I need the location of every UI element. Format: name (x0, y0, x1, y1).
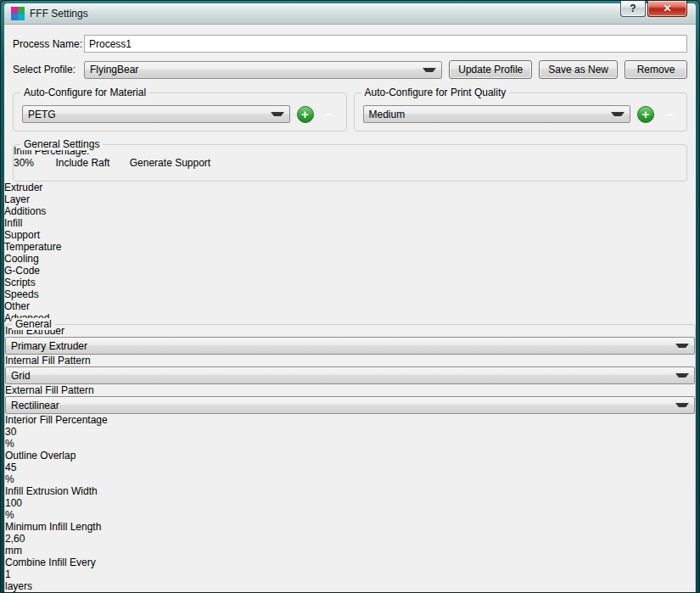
quality-value: Medium (369, 109, 412, 120)
material-value: PETG (28, 109, 63, 120)
window-title: FFF Settings (30, 8, 88, 20)
auto-configure-quality-group: Auto-Configure for Print Quality Medium … (354, 92, 688, 131)
process-name-value: Process1 (89, 38, 132, 50)
spinner-value[interactable]: 45 (5, 462, 16, 473)
app-icon (11, 7, 25, 20)
internal-fill-pattern-label: Internal Fill Pattern (5, 355, 91, 366)
external-fill-pattern-select[interactable]: Rectilinear (5, 396, 695, 414)
minus-icon: − (325, 108, 333, 120)
infill-extruder-value: Primary Extruder (11, 340, 94, 352)
help-icon: ? (630, 3, 636, 14)
select-profile-label: Select Profile: (13, 64, 84, 76)
chevron-down-icon (675, 403, 689, 407)
tab-temperature[interactable]: Temperature (4, 241, 696, 253)
tab-scripts[interactable]: Scripts (4, 277, 696, 288)
interior-fill-percentage-row: Interior Fill Percentage 30 % (5, 414, 695, 450)
internal-fill-pattern-select[interactable]: Grid (5, 366, 695, 384)
general-settings-row: General Settings Infill Percentage: 30% … (13, 144, 687, 182)
material-group-title: Auto-Configure for Material (20, 87, 149, 98)
unit-label: layers (5, 580, 32, 592)
auto-configure-row: Auto-Configure for Material PETG + − Aut… (13, 92, 687, 131)
quality-select[interactable]: Medium (363, 105, 631, 123)
tab-infill[interactable]: Infill (4, 217, 696, 229)
chevron-down-icon (675, 373, 689, 378)
remove-material-button[interactable]: − (321, 106, 338, 123)
help-button[interactable]: ? (620, 1, 646, 17)
spinner-value[interactable]: 100 (5, 497, 22, 509)
material-select[interactable]: PETG (22, 105, 290, 123)
tab-advanced[interactable]: Advanced (4, 312, 696, 324)
chevron-down-icon (675, 344, 689, 348)
internal-fill-pattern-value: Grid (11, 370, 37, 382)
interior-fill-percentage-label: Interior Fill Percentage (5, 414, 108, 426)
infill-extrusion-width-spinner[interactable]: 100 (5, 497, 695, 509)
profile-select[interactable]: FlyingBear (84, 61, 442, 79)
tab-gcode[interactable]: G-Code (4, 265, 696, 277)
unit-label: % (5, 438, 14, 450)
minimum-infill-length-spinner[interactable]: 2,60 (5, 533, 695, 545)
external-fill-pattern-value: Rectilinear (11, 400, 66, 411)
infill-extruder-select[interactable]: Primary Extruder (5, 337, 695, 355)
general-settings-title: General Settings (20, 138, 103, 150)
infill-extrusion-width-label: Infill Extrusion Width (5, 485, 98, 497)
combine-infill-every-row: Combine Infill Every 1 layers (5, 557, 695, 592)
process-name-label: Process Name: (13, 38, 84, 50)
process-name-input[interactable]: Process1 (84, 35, 687, 53)
select-profile-row: Select Profile: FlyingBear Update Profil… (13, 60, 687, 79)
external-fill-pattern-label: External Fill Pattern (5, 384, 94, 396)
tab-support[interactable]: Support (4, 229, 696, 241)
tab-additions[interactable]: Additions (4, 205, 696, 217)
add-quality-button[interactable]: + (637, 106, 654, 123)
include-raft-checkbox[interactable]: Include Raft (55, 157, 112, 169)
fff-settings-window: FFF Settings ? ✕ Process Name: Process1 … (0, 0, 700, 593)
chevron-down-icon (611, 112, 624, 116)
add-material-button[interactable]: + (297, 106, 314, 123)
caption-buttons: ? ✕ (620, 1, 687, 17)
minimum-infill-length-row: Minimum Infill Length 2,60 mm (5, 521, 695, 557)
outline-overlap-spinner[interactable]: 45 (5, 462, 695, 473)
close-icon: ✕ (663, 3, 671, 14)
tab-layer[interactable]: Layer (4, 193, 696, 205)
generate-support-checkbox[interactable]: Generate Support (130, 157, 210, 169)
save-as-new-button[interactable]: Save as New (539, 60, 618, 79)
remove-quality-button[interactable]: − (661, 106, 678, 123)
infill-extrusion-width-row: Infill Extrusion Width 100 % (5, 485, 695, 521)
unit-label: % (5, 509, 14, 521)
generate-support-label: Generate Support (130, 157, 210, 169)
include-raft-label: Include Raft (55, 157, 109, 169)
external-fill-pattern-row: External Fill Pattern Rectilinear (5, 384, 695, 414)
tab-other[interactable]: Other (4, 300, 696, 312)
minimum-infill-length-label: Minimum Infill Length (5, 521, 101, 533)
dialog-body: Process Name: Process1 Select Profile: F… (4, 25, 696, 589)
close-button[interactable]: ✕ (647, 1, 687, 17)
unit-label: mm (5, 545, 22, 557)
combine-infill-every-spinner[interactable]: 1 (5, 568, 695, 580)
infill-general-group: General Infill Extruder Primary Extruder… (4, 324, 696, 593)
spinner-value[interactable]: 30 (5, 426, 16, 438)
spinner-value[interactable]: 2,60 (5, 533, 25, 545)
infill-extruder-row: Infill Extruder Primary Extruder (5, 325, 695, 355)
process-name-row: Process Name: Process1 (13, 35, 687, 53)
infill-tab-panel: General Infill Extruder Primary Extruder… (4, 324, 696, 593)
auto-configure-material-group: Auto-Configure for Material PETG + − (13, 92, 347, 131)
tab-speeds[interactable]: Speeds (4, 288, 696, 300)
interior-fill-percentage-spinner[interactable]: 30 (5, 426, 695, 438)
profile-value: FlyingBear (90, 64, 145, 76)
plus-icon: + (301, 108, 309, 120)
update-profile-button[interactable]: Update Profile (449, 60, 532, 79)
general-settings-group: General Settings Infill Percentage: 30% … (13, 144, 687, 182)
tab-extruder[interactable]: Extruder (4, 182, 696, 193)
tab-cooling[interactable]: Cooling (4, 253, 696, 265)
internal-fill-pattern-row: Internal Fill Pattern Grid (5, 355, 695, 384)
titlebar[interactable]: FFF Settings (4, 3, 696, 25)
outline-overlap-label: Outline Overlap (5, 450, 76, 462)
infill-percentage-value: 30% (14, 157, 34, 169)
remove-profile-button[interactable]: Remove (624, 60, 687, 79)
quality-group-title: Auto-Configure for Print Quality (361, 87, 510, 98)
spinner-value[interactable]: 1 (5, 568, 11, 580)
combine-infill-every-label: Combine Infill Every (5, 557, 96, 568)
plus-icon: + (642, 108, 650, 120)
chevron-down-icon (271, 112, 284, 116)
minus-icon: − (666, 108, 674, 120)
infill-general-title: General (12, 318, 55, 330)
